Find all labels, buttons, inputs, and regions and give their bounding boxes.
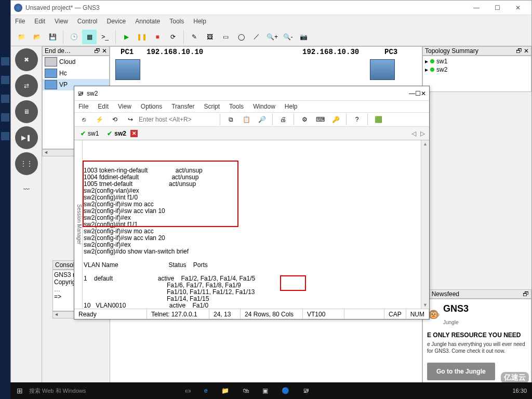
menu-help[interactable]: Help — [193, 18, 206, 25]
session-manager-tab[interactable]: Session Manager — [74, 140, 83, 309]
explorer-icon[interactable]: 📁 — [221, 387, 229, 394]
term-menu-view[interactable]: View — [118, 103, 131, 110]
quick-connect-icon[interactable]: ⚡ — [92, 112, 107, 127]
app-icon[interactable]: ▣ — [262, 387, 268, 394]
image-icon[interactable]: 🖼 — [203, 30, 217, 44]
pc1-icon[interactable] — [115, 59, 140, 80]
strip-icon[interactable] — [1, 132, 9, 140]
zoom-out-icon[interactable]: 🔍- — [281, 30, 295, 44]
newsfeed-desc: e Jungle has everything you will ever ne… — [427, 341, 527, 354]
strip-icon[interactable] — [1, 76, 9, 84]
tab-prev-icon[interactable]: ◁ — [409, 130, 418, 137]
device-cloud[interactable]: Cloud — [43, 56, 109, 68]
router-category-icon[interactable]: ✖ — [15, 48, 38, 71]
term-menu-file[interactable]: File — [78, 103, 88, 110]
close-button[interactable]: ✕ — [508, 2, 528, 14]
circle-icon[interactable]: ◯ — [234, 30, 248, 44]
copy-icon[interactable]: ⧉ — [223, 112, 238, 127]
end-device-category-icon[interactable]: 🖥 — [15, 100, 38, 123]
find-icon[interactable]: 🔎 — [255, 112, 269, 127]
status-conn: Telnet: 127.0.0.1 — [147, 309, 209, 319]
paste-icon[interactable]: 📋 — [239, 112, 254, 127]
switch-category-icon[interactable]: ⇄ — [15, 74, 38, 97]
term-menu-tools[interactable]: Tools — [229, 103, 244, 110]
menu-file[interactable]: File — [15, 18, 25, 25]
open-icon[interactable]: 📁 — [14, 30, 29, 44]
menu-annotate[interactable]: Annotate — [135, 18, 160, 25]
taskbar-clock[interactable]: 16:30 — [507, 388, 532, 394]
device-host[interactable]: Hc — [43, 68, 109, 79]
device-category-toolbar: ✖ ⇄ 🖥 ▶❚ ⋮⋮ 〰 — [11, 46, 42, 398]
open2-icon[interactable]: 📂 — [30, 30, 44, 44]
close-tab-icon[interactable]: ✕ — [130, 130, 138, 137]
term-tab-sw2[interactable]: ✔sw2✕ — [103, 128, 142, 139]
link-tool-icon[interactable]: 〰 — [15, 178, 38, 201]
print-icon[interactable]: 🖨 — [276, 112, 290, 127]
term-minimize-button[interactable]: — — [409, 90, 415, 97]
grid-icon[interactable]: ▦ — [82, 30, 97, 44]
menu-edit[interactable]: Edit — [34, 18, 45, 25]
term-menu-window[interactable]: Window — [253, 103, 275, 110]
reconnect-icon[interactable]: ⟲ — [108, 112, 122, 127]
newsfeed-header: le Newsfeed🗗 — [422, 289, 531, 299]
term-host-input[interactable] — [139, 114, 217, 125]
term-task-icon[interactable]: 🖳 — [303, 387, 309, 394]
term-menu-script[interactable]: Script — [204, 103, 220, 110]
term-menu-transfer[interactable]: Transfer — [171, 103, 194, 110]
line-icon[interactable]: ／ — [249, 30, 264, 44]
status-emu: VT100 — [303, 309, 344, 319]
term-vscroll[interactable] — [421, 140, 429, 309]
rect-icon[interactable]: ▭ — [218, 30, 233, 44]
reload-icon[interactable]: ⟳ — [166, 30, 180, 44]
term-menu-edit[interactable]: Edit — [98, 103, 109, 110]
pc3-icon[interactable] — [370, 59, 395, 80]
term-menu-options[interactable]: Options — [141, 103, 162, 110]
gns3-logo-sub: Jungle — [443, 320, 469, 325]
minimize-button[interactable]: — — [466, 2, 487, 14]
connect-icon[interactable]: ⎋ — [76, 112, 91, 127]
edge-icon[interactable]: e — [204, 387, 208, 394]
term-menu-help[interactable]: Help — [285, 103, 298, 110]
strip-icon[interactable] — [1, 95, 9, 103]
save-icon[interactable]: 💾 — [45, 30, 60, 44]
security-category-icon[interactable]: ▶❚ — [15, 126, 38, 149]
help-icon[interactable]: ? — [350, 112, 364, 127]
disconnect-icon[interactable]: ↪ — [123, 112, 138, 127]
topo-item-sw1[interactable]: ▸ sw1 — [425, 57, 529, 65]
stop-icon[interactable]: ■ — [150, 30, 165, 44]
settings-icon[interactable]: ⚙ — [297, 112, 312, 127]
menu-device[interactable]: Device — [107, 18, 126, 25]
maximize-button[interactable]: ☐ — [487, 2, 508, 14]
term-close-button[interactable]: ✕ — [421, 90, 426, 97]
term-maximize-button[interactable]: ☐ — [415, 90, 421, 97]
gns3-task-icon[interactable]: 🔵 — [282, 387, 289, 394]
menu-tools[interactable]: Tools — [169, 18, 184, 25]
strip-icon[interactable] — [1, 113, 9, 122]
terminal-output[interactable]: 1003 token-ring-default act/unsup1004 fd… — [83, 140, 421, 309]
jungle-button[interactable]: Go to the Jungle — [427, 363, 495, 380]
menu-view[interactable]: View — [55, 18, 68, 25]
keyboard-icon[interactable]: ⌨ — [313, 112, 327, 127]
screenshot-icon[interactable]: 📷 — [296, 30, 311, 44]
console-icon[interactable]: >_ — [98, 30, 112, 44]
start-button[interactable]: ⊞ — [10, 387, 29, 395]
tab-next-icon[interactable]: ▷ — [418, 130, 427, 137]
play-icon[interactable]: ▶ — [119, 30, 134, 44]
term-titlebar: 🖳 sw2 — ☐ ✕ — [74, 86, 429, 101]
menu-control[interactable]: Control — [77, 18, 98, 25]
taskbar-search[interactable]: 搜索 Web 和 Windows — [29, 387, 123, 395]
term-title: sw2 — [87, 90, 409, 97]
store-icon[interactable]: 🛍 — [243, 387, 249, 394]
all-devices-icon[interactable]: ⋮⋮ — [15, 152, 38, 175]
toggle-icon[interactable]: 🟩 — [371, 112, 385, 127]
strip-icon[interactable] — [1, 57, 9, 65]
clock-icon[interactable]: 🕒 — [66, 30, 81, 44]
term-tab-sw1[interactable]: ✔sw1 — [76, 128, 103, 139]
task-view-icon[interactable]: ▭ — [185, 387, 191, 394]
topo-item-sw2[interactable]: ▸ sw2 — [425, 65, 529, 74]
pause-icon[interactable]: ❚❚ — [135, 30, 149, 44]
gns3-menubar: File Edit View Control Device Annotate T… — [11, 15, 531, 28]
edit-icon[interactable]: ✎ — [187, 30, 202, 44]
zoom-in-icon[interactable]: 🔍+ — [265, 30, 280, 44]
key-icon[interactable]: 🔑 — [328, 112, 343, 127]
